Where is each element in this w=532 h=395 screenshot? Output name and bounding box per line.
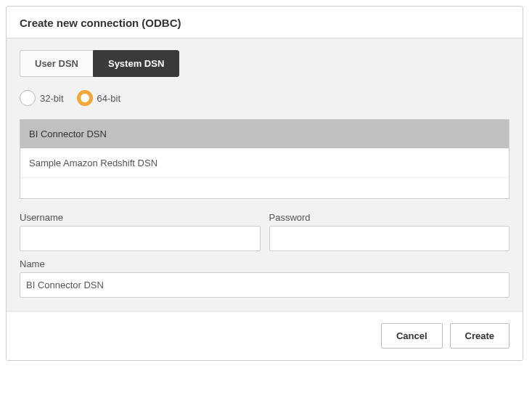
dialog-title: Create new connection (ODBC) <box>20 17 510 29</box>
dsn-list-spacer <box>20 178 509 198</box>
name-input[interactable] <box>20 272 510 298</box>
dsn-tabs: User DSN System DSN <box>20 50 510 77</box>
name-field-group: Name <box>20 258 510 298</box>
radio-label-64: 64-bit <box>97 93 121 104</box>
dialog-footer: Cancel Create <box>7 311 523 360</box>
name-label: Name <box>20 258 510 269</box>
radio-label-32: 32-bit <box>40 93 64 104</box>
form-row-credentials: Username Password <box>20 212 510 251</box>
dialog-header: Create new connection (ODBC) <box>7 7 523 38</box>
username-label: Username <box>20 212 261 223</box>
dialog-body: User DSN System DSN 32-bit 64-bit BI Con… <box>7 38 523 311</box>
architecture-radio-group: 32-bit 64-bit <box>20 90 510 106</box>
tab-user-dsn[interactable]: User DSN <box>20 50 93 77</box>
username-field-group: Username <box>20 212 261 251</box>
create-connection-dialog: Create new connection (ODBC) User DSN Sy… <box>6 6 523 361</box>
tab-system-dsn[interactable]: System DSN <box>93 50 179 77</box>
radio-64bit[interactable]: 64-bit <box>77 90 121 106</box>
dsn-list: BI Connector DSN Sample Amazon Redshift … <box>20 119 510 199</box>
password-input[interactable] <box>269 226 510 251</box>
radio-circle-64 <box>77 90 93 106</box>
dsn-item-redshift[interactable]: Sample Amazon Redshift DSN <box>20 149 509 178</box>
radio-circle-32 <box>20 90 36 106</box>
password-field-group: Password <box>269 212 510 251</box>
create-button[interactable]: Create <box>450 323 510 349</box>
cancel-button[interactable]: Cancel <box>381 323 443 349</box>
radio-32bit[interactable]: 32-bit <box>20 90 64 106</box>
username-input[interactable] <box>20 226 261 251</box>
dsn-item-bi-connector[interactable]: BI Connector DSN <box>20 120 509 149</box>
password-label: Password <box>269 212 510 223</box>
